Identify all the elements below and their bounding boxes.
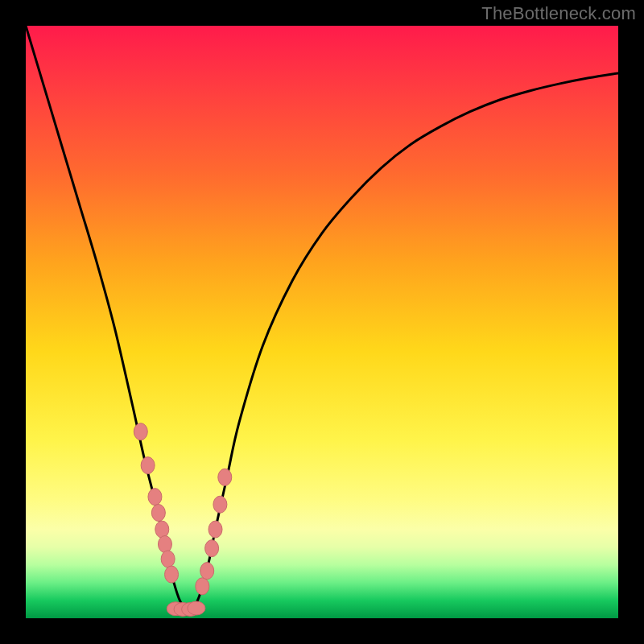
- bead-point: [205, 540, 219, 557]
- bead-point: [188, 601, 205, 615]
- watermark-text: TheBottleneck.com: [481, 3, 636, 24]
- bead-point: [208, 521, 222, 538]
- bead-point: [165, 566, 179, 583]
- bead-point: [161, 551, 175, 568]
- plot-area: [26, 26, 618, 618]
- bead-point: [155, 521, 169, 538]
- bead-point: [213, 496, 227, 513]
- bead-point: [158, 536, 171, 553]
- bead-point: [218, 469, 232, 485]
- bead-point: [151, 504, 165, 521]
- bead-point: [148, 489, 162, 506]
- bottleneck-curve: [26, 26, 618, 610]
- bead-point: [134, 423, 147, 440]
- chart-overlay: [26, 26, 618, 618]
- bead-point: [141, 457, 155, 474]
- bead-point: [200, 563, 214, 580]
- outer-frame: TheBottleneck.com: [0, 0, 644, 644]
- bead-point: [196, 578, 209, 595]
